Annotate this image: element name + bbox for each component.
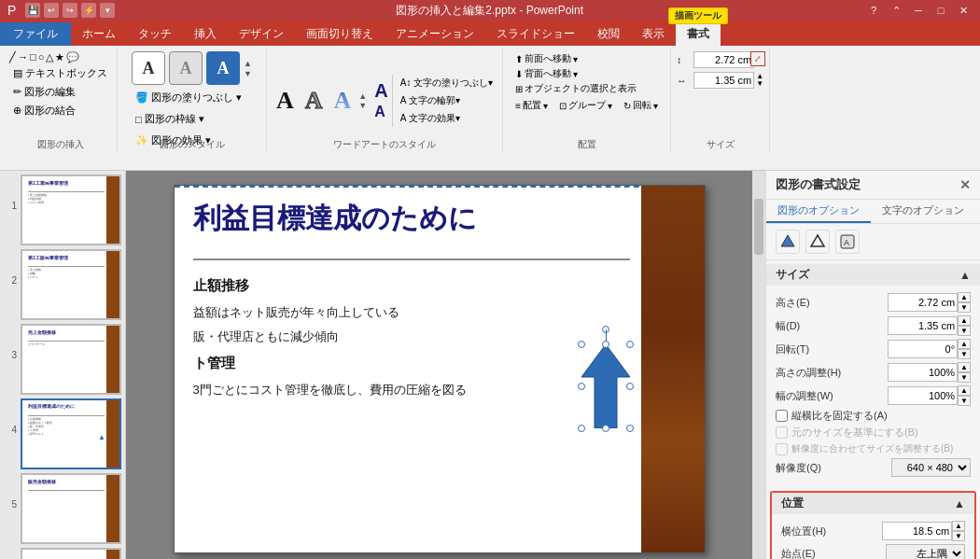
height-up-btn[interactable]: ▲: [958, 292, 971, 302]
bring-forward-button[interactable]: ⬆ 前面へ移動▾: [511, 51, 581, 66]
slide-thumb-3[interactable]: 売上金額推移 グラフデータ: [21, 324, 121, 395]
tab-file[interactable]: ファイル: [0, 22, 71, 46]
tab-home[interactable]: ホーム: [71, 22, 127, 46]
tab-design[interactable]: デザイン: [228, 22, 295, 46]
width-adj-down-btn[interactable]: ▼: [958, 396, 971, 406]
width-adjust-input[interactable]: [888, 386, 958, 405]
line-tool-icon[interactable]: ╱: [9, 51, 16, 63]
h-start-select[interactable]: 左上隅: [886, 544, 965, 559]
triangle-tool-icon[interactable]: △: [46, 51, 53, 63]
height-down-btn[interactable]: ▼: [958, 302, 971, 313]
panel-tab-text[interactable]: 文字のオプション: [871, 200, 975, 223]
redo-icon[interactable]: ↪: [63, 3, 77, 18]
slide-thumb-5[interactable]: 販売金額推移: [21, 473, 121, 544]
position-section-header[interactable]: 位置 ▲: [772, 493, 974, 514]
close-button[interactable]: ✕: [954, 3, 973, 18]
fill-dropdown-icon[interactable]: ▾: [236, 91, 242, 104]
height-value-input[interactable]: [888, 293, 958, 312]
textbox-button[interactable]: ▤ テキストボックス: [9, 64, 111, 82]
panel-fill-icon-btn[interactable]: [776, 230, 800, 254]
handle-br[interactable]: [626, 425, 634, 432]
rotation-down-btn[interactable]: ▼: [958, 349, 971, 359]
quick-access-icon[interactable]: ⚡: [81, 3, 96, 18]
selection-pane-button[interactable]: ⊞ オブジェクトの選択と表示: [511, 81, 640, 96]
rotation-up-btn[interactable]: ▲: [958, 339, 971, 349]
tab-transitions[interactable]: 画面切り替え: [295, 22, 385, 46]
maximize-button[interactable]: □: [931, 3, 950, 18]
lock-ratio-checkbox[interactable]: [776, 410, 788, 422]
width-adj-up-btn[interactable]: ▲: [958, 385, 971, 396]
panel-effect-icon-btn[interactable]: A: [835, 230, 860, 254]
width-input[interactable]: [693, 72, 754, 89]
tab-touch[interactable]: タッチ: [127, 22, 183, 46]
h-position-input[interactable]: [882, 522, 952, 540]
arrow-tool-icon[interactable]: →: [18, 51, 28, 63]
resolution-select[interactable]: 640 × 480: [891, 458, 971, 477]
panel-close-button[interactable]: ✕: [959, 177, 971, 192]
h-pos-down-btn[interactable]: ▼: [952, 531, 965, 541]
tab-insert[interactable]: 挿入: [183, 22, 228, 46]
h-pos-up-btn[interactable]: ▲: [952, 521, 965, 531]
circle-tool-icon[interactable]: ○: [38, 51, 45, 63]
text-effect-button[interactable]: A 文字の効果▾: [397, 110, 497, 127]
height-input[interactable]: [693, 51, 754, 68]
relative-original-checkbox[interactable]: [776, 426, 788, 439]
wordart-gradient-button[interactable]: A: [330, 85, 356, 117]
height-adj-up-btn[interactable]: ▲: [958, 362, 971, 372]
handle-bl[interactable]: [578, 425, 585, 432]
edit-shape-button[interactable]: ✏ 図形の編集: [9, 83, 79, 101]
ribbon-toggle-button[interactable]: ⌃: [887, 3, 905, 18]
width-up-btn[interactable]: ▲: [958, 315, 971, 326]
wordart-outline-button[interactable]: A: [301, 85, 327, 117]
shape-fill-button[interactable]: 🪣 図形の塗りつぶし ▾: [132, 89, 245, 106]
style-white-button[interactable]: A: [132, 51, 165, 85]
tab-animations[interactable]: アニメーション: [385, 22, 485, 46]
star-tool-icon[interactable]: ★: [55, 51, 64, 63]
width-down-icon[interactable]: ▼: [756, 80, 763, 88]
shape-outline-button[interactable]: □ 図形の枠線 ▾: [132, 110, 208, 128]
rect-tool-icon[interactable]: □: [30, 51, 36, 63]
style-blue-button[interactable]: A: [206, 51, 240, 85]
slide-canvas[interactable]: 利益目標達成のために: [174, 185, 706, 553]
tab-format[interactable]: 書式 描画ツール: [676, 22, 721, 46]
send-backward-button[interactable]: ⬇ 背面へ移動▾: [511, 66, 581, 81]
align-button[interactable]: ≡ 配置▾: [511, 98, 552, 113]
resolution-adjust-checkbox[interactable]: [776, 443, 788, 455]
rotate-button[interactable]: ↻ 回転▾: [620, 98, 662, 113]
slide-thumb-4[interactable]: 利益目標達成のために ▲ ▪ 止額推移▪ 益額はネット販売▪ 販・代理店▪ ト管…: [21, 398, 121, 469]
outline-dropdown-icon[interactable]: ▾: [199, 113, 204, 125]
slide-thumb-2[interactable]: 第1工販㈱事業管理 ▪ 売上推移▪ 戦略▪ コスト: [21, 249, 121, 320]
minimize-button[interactable]: ─: [909, 3, 928, 18]
menu-icon[interactable]: ▾: [100, 3, 115, 18]
size-expand-button[interactable]: ⤢: [750, 51, 765, 66]
text-increase-button[interactable]: A: [374, 80, 387, 102]
style-dropdown-button[interactable]: ▲ ▼: [244, 59, 252, 78]
size-section-header[interactable]: サイズ ▲: [766, 264, 980, 286]
vertical-scrollbar[interactable]: [752, 171, 765, 559]
vertical-scroll-thumb[interactable]: [754, 199, 763, 255]
panel-tab-shape[interactable]: 図形のオプション: [766, 200, 871, 223]
height-adjust-input[interactable]: [888, 363, 958, 382]
merge-shapes-button[interactable]: ⊕ 図形の結合: [9, 102, 79, 119]
wordart-dark-button[interactable]: A: [273, 85, 298, 117]
rotation-value-input[interactable]: [888, 340, 958, 358]
style-gray-button[interactable]: A: [169, 51, 203, 85]
tab-view[interactable]: 表示: [631, 22, 676, 46]
slide-thumb-6[interactable]: [21, 548, 121, 559]
slide-title[interactable]: 利益目標達成のために: [193, 200, 630, 238]
text-fill-button[interactable]: A↕ 文字の塗りつぶし▾: [397, 75, 497, 91]
text-decrease-button[interactable]: A: [374, 104, 387, 120]
help-button[interactable]: ?: [864, 3, 883, 18]
width-value-input[interactable]: [888, 316, 958, 335]
tab-review[interactable]: 校閲: [586, 22, 631, 46]
width-down-btn[interactable]: ▼: [958, 326, 971, 336]
height-adj-down-btn[interactable]: ▼: [958, 372, 971, 383]
handle-bc[interactable]: [602, 425, 609, 432]
group-button[interactable]: ⊡ グループ▾: [555, 98, 616, 113]
wordart-dropdown-button[interactable]: ▲ ▼: [358, 91, 367, 110]
text-outline-button[interactable]: A 文字の輪郭▾: [397, 92, 497, 109]
slide-thumb-1[interactable]: 第1工業㈱事業管理 ▪ 売上金額推移▪ 利益目標▪ コスト管理: [21, 175, 121, 245]
callout-tool-icon[interactable]: 💬: [66, 51, 79, 63]
save-icon[interactable]: 💾: [25, 3, 40, 18]
undo-icon[interactable]: ↩: [44, 3, 59, 18]
